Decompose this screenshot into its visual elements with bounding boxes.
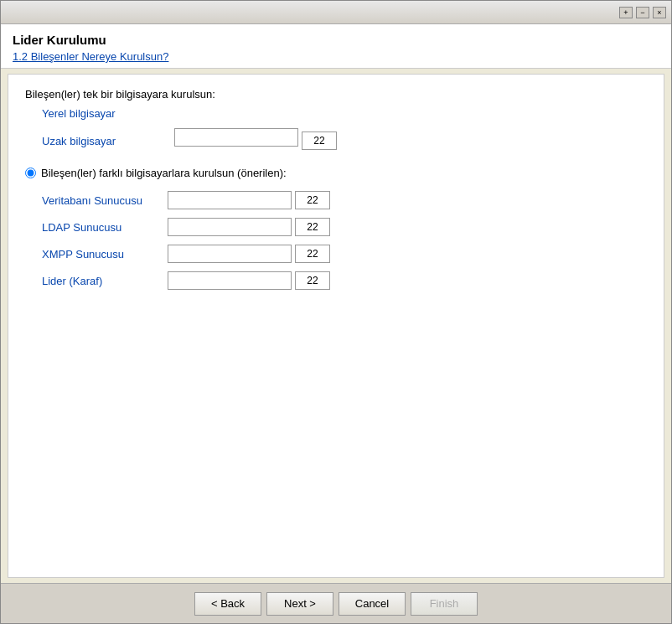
field-label-3: Lider (Karaf): [42, 275, 168, 287]
field-input-3[interactable]: [168, 271, 292, 290]
single-install-label: Bileşen(ler) tek bir bilgisayara kurulsu…: [25, 88, 647, 101]
field-label-1: LDAP Sunucusu: [42, 221, 168, 234]
remote-computer-row: Uzak bilgisayar: [42, 128, 647, 153]
window-subtitle[interactable]: 1.2 Bileşenler Nereye Kurulsun?: [13, 50, 659, 63]
close-button[interactable]: ×: [653, 7, 666, 18]
remote-computer-label: Uzak bilgisayar: [42, 135, 168, 147]
field-input-0[interactable]: [168, 191, 292, 209]
footer: < Back Next > Cancel Finish: [1, 583, 671, 623]
multi-install-label[interactable]: Bileşen(ler) farklı bilgisayarlara kurul…: [41, 167, 287, 179]
multi-install-block: Bileşen(ler) farklı bilgisayarlara kurul…: [25, 167, 647, 290]
field-row-1: LDAP Sunucusu: [42, 218, 647, 236]
field-row-2: XMPP Sunucusu: [42, 245, 647, 263]
field-port-3[interactable]: [295, 271, 330, 290]
field-port-0[interactable]: [295, 191, 330, 209]
window-header: Lider Kurulumu 1.2 Bileşenler Nereye Kur…: [1, 24, 671, 69]
field-port-2[interactable]: [295, 245, 330, 263]
minimize-button[interactable]: +: [619, 7, 633, 18]
back-button[interactable]: < Back: [194, 592, 261, 616]
title-bar: + − ×: [1, 1, 671, 24]
field-input-2[interactable]: [168, 245, 292, 263]
main-window: + − × Lider Kurulumu 1.2 Bileşenler Nere…: [0, 0, 672, 624]
title-bar-buttons: + − ×: [619, 7, 666, 18]
next-button[interactable]: Next >: [266, 592, 333, 616]
local-computer-label: Yerel bilgisayar: [42, 107, 168, 120]
single-options-indent: Yerel bilgisayar Uzak bilgisayar: [42, 107, 647, 153]
multi-fields-indent: Veritabanı Sunucusu LDAP Sunucusu XMPP S…: [42, 191, 647, 290]
field-input-1[interactable]: [168, 218, 292, 236]
single-install-block: Bileşen(ler) tek bir bilgisayara kurulsu…: [25, 88, 647, 153]
field-row-0: Veritabanı Sunucusu: [42, 191, 647, 209]
maximize-button[interactable]: −: [636, 7, 649, 18]
field-port-1[interactable]: [295, 218, 330, 236]
local-computer-row: Yerel bilgisayar: [42, 107, 647, 120]
remote-computer-port[interactable]: [302, 132, 337, 150]
window-content: Bileşen(ler) tek bir bilgisayara kurulsu…: [8, 74, 664, 578]
multi-install-radio[interactable]: [25, 168, 36, 178]
multi-install-radio-row: Bileşen(ler) farklı bilgisayarlara kurul…: [25, 167, 647, 179]
field-label-0: Veritabanı Sunucusu: [42, 194, 168, 207]
window-title: Lider Kurulumu: [13, 33, 659, 47]
cancel-button[interactable]: Cancel: [339, 592, 406, 616]
remote-computer-input[interactable]: [174, 128, 298, 147]
field-row-3: Lider (Karaf): [42, 271, 647, 290]
finish-button[interactable]: Finish: [411, 592, 478, 616]
field-label-2: XMPP Sunucusu: [42, 248, 168, 260]
